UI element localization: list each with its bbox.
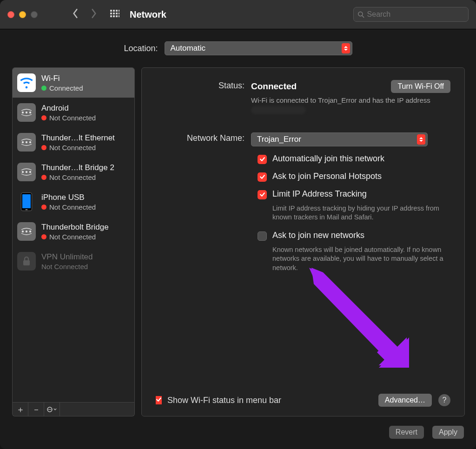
service-name: iPhone USB <box>41 193 96 202</box>
svg-marker-31 <box>309 268 391 354</box>
select-stepper-icon <box>417 134 425 145</box>
svg-point-21 <box>26 171 27 173</box>
svg-rect-5 <box>113 13 115 14</box>
svg-rect-11 <box>119 15 119 17</box>
location-label: Location: <box>124 44 158 53</box>
service-actions-menu[interactable] <box>44 403 60 416</box>
service-item-iphone-usb[interactable]: iPhone USB Not Connected <box>13 187 134 217</box>
nav-arrows <box>72 8 97 20</box>
service-name: Android <box>41 104 96 113</box>
sidebar-toolbar: ＋ － <box>12 403 135 416</box>
limit-ip-checkbox[interactable]: Limit IP Address Tracking <box>258 189 450 199</box>
status-led-icon <box>41 86 46 91</box>
svg-point-18 <box>26 141 27 143</box>
status-led-icon <box>41 234 46 239</box>
service-name: Wi-Fi <box>41 74 83 83</box>
svg-marker-35 <box>311 268 400 361</box>
search-field[interactable] <box>353 7 469 22</box>
service-item-thunderbolt-ethernet[interactable]: Thunder…lt Ethernet Not Connected <box>13 127 134 157</box>
svg-rect-1 <box>113 10 115 12</box>
service-status: Not Connected <box>41 263 88 271</box>
location-select[interactable]: Automatic <box>165 41 352 55</box>
svg-point-25 <box>29 231 31 232</box>
add-service-button[interactable]: ＋ <box>13 403 28 416</box>
ip-address-redacted <box>251 106 306 114</box>
svg-point-19 <box>29 141 31 143</box>
show-all-button[interactable] <box>110 10 119 19</box>
apply-button[interactable]: Apply <box>432 426 464 439</box>
minimize-window-button[interactable] <box>19 11 26 18</box>
ask-new-networks-label: Ask to join new networks <box>272 231 364 240</box>
svg-rect-3 <box>119 10 119 12</box>
service-name: Thunder…lt Ethernet <box>41 133 115 143</box>
network-name-select[interactable]: Trojan_Error <box>251 132 428 146</box>
network-preferences-window: Network Location: Automatic Wi-Fi <box>0 0 476 449</box>
help-button[interactable]: ? <box>438 394 450 406</box>
ask-new-networks-checkbox[interactable]: Ask to join new networks <box>258 231 450 241</box>
checkbox-icon <box>258 172 267 182</box>
svg-point-22 <box>29 171 31 173</box>
service-name: Thunder…lt Bridge 2 <box>41 163 114 172</box>
svg-line-13 <box>362 16 364 18</box>
search-input[interactable] <box>367 10 464 19</box>
svg-rect-9 <box>113 15 115 17</box>
status-led-icon <box>41 175 46 180</box>
service-status: Not Connected <box>49 114 96 122</box>
window-title: Network <box>130 9 166 20</box>
network-name-label: Network Name: <box>156 132 251 143</box>
checkbox-icon <box>258 190 267 199</box>
remove-service-button[interactable]: － <box>28 403 44 416</box>
lock-icon <box>17 252 36 271</box>
toggle-wifi-button[interactable]: Turn Wi-Fi Off <box>391 80 450 93</box>
ask-hotspot-checkbox[interactable]: Ask to join Personal Hotspots <box>258 172 450 182</box>
revert-button[interactable]: Revert <box>389 426 424 439</box>
svg-point-17 <box>22 141 24 143</box>
service-status: Not Connected <box>49 173 96 181</box>
svg-rect-8 <box>110 15 112 17</box>
network-name-value: Trojan_Error <box>257 135 301 144</box>
status-led-icon <box>41 145 46 150</box>
svg-point-30 <box>51 409 52 410</box>
forward-button[interactable] <box>91 8 97 20</box>
service-list[interactable]: Wi-Fi Connected Android Not Connected <box>12 67 135 403</box>
show-menu-bar-checkbox[interactable]: Show Wi-Fi status in menu bar <box>156 396 281 405</box>
svg-rect-26 <box>23 260 30 265</box>
ask-hotspot-label: Ask to join Personal Hotspots <box>272 172 382 181</box>
wifi-icon <box>17 73 36 92</box>
advanced-button[interactable]: Advanced… <box>378 394 432 407</box>
service-name: VPN Unlimited <box>41 252 93 262</box>
limit-ip-label: Limit IP Address Tracking <box>272 189 367 199</box>
ask-new-networks-help-text: Known networks will be joined automatica… <box>272 245 450 273</box>
svg-marker-33 <box>379 337 407 365</box>
status-subtext: Wi-Fi is connected to Trojan_Error and h… <box>251 96 432 115</box>
svg-rect-10 <box>116 15 118 17</box>
search-icon <box>357 11 364 18</box>
checkbox-icon <box>156 396 162 404</box>
zoom-window-button[interactable] <box>31 11 38 18</box>
auto-join-checkbox[interactable]: Automatically join this network <box>258 154 450 164</box>
auto-join-label: Automatically join this network <box>272 154 384 164</box>
service-status: Connected <box>49 84 83 92</box>
close-window-button[interactable] <box>7 11 14 18</box>
status-label: Status: <box>156 80 251 91</box>
service-item-android[interactable]: Android Not Connected <box>13 98 134 127</box>
service-status: Not Connected <box>49 233 96 241</box>
titlebar: Network <box>0 0 476 29</box>
window-controls <box>7 11 38 18</box>
ethernet-icon <box>17 103 36 122</box>
service-item-thunderbolt-bridge-2[interactable]: Thunder…lt Bridge 2 Not Connected <box>13 157 134 187</box>
show-menu-bar-label: Show Wi-Fi status in menu bar <box>167 396 281 405</box>
back-button[interactable] <box>72 8 79 20</box>
service-item-wifi[interactable]: Wi-Fi Connected <box>13 68 134 98</box>
svg-rect-2 <box>116 10 118 12</box>
service-item-vpn-unlimited[interactable]: VPN Unlimited Not Connected <box>13 246 134 276</box>
iphone-icon <box>17 192 36 211</box>
checkbox-icon <box>258 155 267 164</box>
checkbox-icon <box>258 231 267 241</box>
service-name: Thunderbolt Bridge <box>41 223 109 232</box>
select-stepper-icon <box>342 43 350 53</box>
ethernet-icon <box>17 222 36 241</box>
service-item-thunderbolt-bridge[interactable]: Thunderbolt Bridge Not Connected <box>13 217 134 246</box>
svg-point-28 <box>48 409 49 410</box>
chevron-down-icon <box>53 408 57 410</box>
